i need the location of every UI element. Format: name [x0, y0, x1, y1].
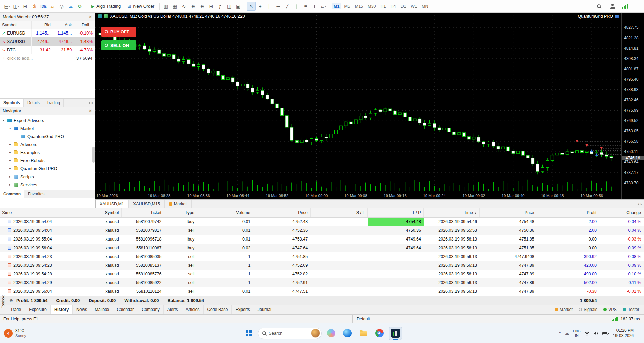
cloud-icon[interactable]: ☁ — [66, 2, 75, 11]
timeframe-w1[interactable]: W1 — [409, 3, 419, 9]
algo-trading-button[interactable]: ▶ Algo Trading — [88, 2, 124, 11]
time-axis[interactable]: 19 Mar 202619 Mar 08:2819 Mar 08:3619 Ma… — [95, 192, 621, 199]
clock-widget[interactable]: 01:26 PM 19-03-2026 — [613, 328, 634, 338]
mw-column-3[interactable]: Dail... — [74, 21, 95, 29]
toolbox-tab-news[interactable]: News — [73, 305, 91, 314]
taskbar-app-chrome[interactable] — [373, 327, 386, 340]
new-window-icon[interactable]: ▤▾ — [3, 2, 12, 11]
history-column-9[interactable]: Price — [480, 208, 537, 217]
timeframe-h4[interactable]: H4 — [388, 3, 398, 9]
navigator-item[interactable]: QuantumGrid PRO — [0, 132, 95, 140]
tab-common[interactable]: Common — [0, 190, 24, 198]
expand-arrow-icon[interactable]: ▸ — [9, 159, 14, 162]
community-icon[interactable]: ↻ — [75, 2, 84, 11]
history-column-7[interactable]: T / P — [368, 208, 424, 217]
close-icon[interactable]: ✕ — [2, 210, 6, 215]
sell-toggle-button[interactable]: SELL ON — [101, 40, 136, 50]
text-tool-icon[interactable]: T — [310, 2, 319, 11]
history-column-4[interactable]: Volume — [197, 208, 253, 217]
start-button[interactable] — [242, 327, 255, 340]
candlestick-chart[interactable] — [95, 13, 621, 192]
price-scale[interactable]: 4827.754821.284814.814808.344801.874795.… — [621, 13, 644, 199]
chart-tab-xauusd-m1[interactable]: XAUUSD,M1 — [95, 200, 129, 208]
taskbar-app-copilot[interactable] — [324, 327, 338, 340]
vertical-line-tool-icon[interactable]: │ — [265, 2, 274, 11]
history-row[interactable]: 2026.03.19 09:54:29xauusd55810085922sell… — [0, 278, 644, 287]
expand-arrow-icon[interactable]: ▾ — [3, 119, 7, 122]
scroll-left-icon[interactable]: ◂ — [88, 101, 90, 105]
history-row[interactable]: 2026.03.19 09:54:28xauusd55810085776sell… — [0, 270, 644, 278]
toolbox-tab-exposure[interactable]: Exposure — [25, 305, 51, 314]
taskbar-app-edge[interactable] — [340, 327, 354, 340]
toolbox-tab-company[interactable]: Company — [138, 305, 164, 314]
close-icon[interactable]: ✕ — [88, 14, 92, 20]
close-icon[interactable]: ✕ — [88, 108, 92, 114]
chart-tab-market[interactable]: Market — [165, 200, 192, 208]
onedrive-cloud-icon[interactable]: ☁ — [565, 331, 569, 336]
data-folder-icon[interactable]: ▱ — [48, 2, 57, 11]
timeframe-m1[interactable]: M1 — [332, 3, 341, 9]
toolbox-link-signals[interactable]: Signals — [579, 307, 597, 312]
history-column-11[interactable]: Change — [599, 208, 644, 217]
navigator-scrollbar[interactable] — [92, 147, 95, 163]
toolbox-tab-experts[interactable]: Experts — [232, 305, 254, 314]
market-watch-row[interactable]: ↗EURUSD1.145...1.145...-0.10% — [0, 29, 95, 37]
timeframe-m15[interactable]: M15 — [353, 3, 365, 9]
chart-tab-xauusd-m15[interactable]: XAUUSD,M15 — [129, 200, 165, 208]
timeframe-h1[interactable]: H1 — [378, 3, 388, 9]
toolbox-tab-articles[interactable]: Articles — [182, 305, 204, 314]
timeframe-d1[interactable]: D1 — [398, 3, 408, 9]
profile-selector[interactable]: Default — [352, 315, 406, 323]
profiles-icon[interactable]: ◫▾ — [12, 2, 21, 11]
new-order-button[interactable]: ⊞ New Order — [124, 2, 158, 11]
toolbox-tab-code-base[interactable]: Code Base — [204, 305, 232, 314]
show-desktop-button[interactable] — [639, 327, 640, 340]
taskbar-app-explorer[interactable] — [357, 327, 370, 340]
history-column-5[interactable]: Price — [253, 208, 310, 217]
add-symbol-row[interactable]: + click to add... 3 / 6094 — [0, 54, 95, 62]
indicators-icon[interactable]: ƒ — [216, 2, 225, 11]
taskbar-app-mt5[interactable] — [389, 327, 402, 340]
history-row[interactable]: 2026.03.19 09:56:04xauusd55810110067buy0… — [0, 244, 644, 252]
expand-arrow-icon[interactable]: ▾ — [9, 127, 14, 130]
tab-scroll-arrows[interactable]: ◂▸ — [88, 99, 95, 107]
new-chart-icon[interactable]: ⊞ — [21, 2, 30, 11]
history-row[interactable]: 2026.03.19 09:56:04xauusd55810110124sell… — [0, 287, 644, 296]
bars-style-icon[interactable]: ▥ — [161, 2, 170, 11]
toolbox-tab-calendar[interactable]: Calendar — [113, 305, 138, 314]
history-column-0[interactable]: Time — [0, 208, 76, 217]
mw-column-2[interactable]: Ask — [53, 21, 74, 29]
navigator-item[interactable]: ▸Scripts — [0, 173, 95, 181]
wifi-icon[interactable] — [584, 331, 590, 336]
user-account-icon[interactable] — [608, 2, 617, 11]
history-row[interactable]: 2026.03.19 09:54:04xauusd55810079742buy0… — [0, 217, 644, 226]
timeframe-m5[interactable]: M5 — [342, 3, 352, 9]
candles-style-icon[interactable]: ▦ — [170, 2, 179, 11]
navigator-item[interactable]: ▾Market — [0, 124, 95, 132]
scroll-right-icon[interactable]: ▸ — [92, 101, 93, 105]
mw-column-0[interactable]: Symbol — [0, 21, 31, 29]
history-column-6[interactable]: S / L — [310, 208, 368, 217]
connection-quality-icon[interactable] — [622, 4, 628, 9]
horizontal-line-tool-icon[interactable]: ─ — [274, 2, 283, 11]
navigator-item[interactable]: ▸Examples — [0, 148, 95, 156]
zoom-in-icon[interactable]: ⊕ — [189, 2, 198, 11]
navigator-item[interactable]: ▸QuantumGrid PRO — [0, 164, 95, 173]
history-column-10[interactable]: Profit — [537, 208, 599, 217]
deposit-icon[interactable]: $ — [30, 2, 39, 11]
scroll-left-icon[interactable]: ◂ — [637, 202, 639, 206]
history-row[interactable]: 2026.03.19 09:54:04xauusd55810079817sell… — [0, 226, 644, 235]
tile-windows-icon[interactable]: ◫ — [225, 2, 234, 11]
tray-expand-icon[interactable]: ^ — [559, 331, 561, 336]
price-chart[interactable]: XAUUSD, M1: Gold vs US Dollar 4748.01 47… — [95, 13, 621, 192]
channel-tool-icon[interactable]: ∥ — [292, 2, 301, 11]
history-column-2[interactable]: Ticket — [122, 208, 164, 217]
history-column-8[interactable]: Time ▲ — [424, 208, 480, 217]
tab-favorites[interactable]: Favorites — [24, 190, 48, 198]
toolbox-tab-trade[interactable]: Trade — [7, 305, 25, 314]
search-icon[interactable] — [594, 2, 603, 11]
navigator-item[interactable]: ▸Free Robots — [0, 156, 95, 164]
market-watch-row[interactable]: ↘BTC31.4231.59-4.73% — [0, 46, 95, 54]
volume-icon[interactable] — [593, 331, 599, 336]
fibonacci-tool-icon[interactable]: ≡ — [301, 2, 310, 11]
